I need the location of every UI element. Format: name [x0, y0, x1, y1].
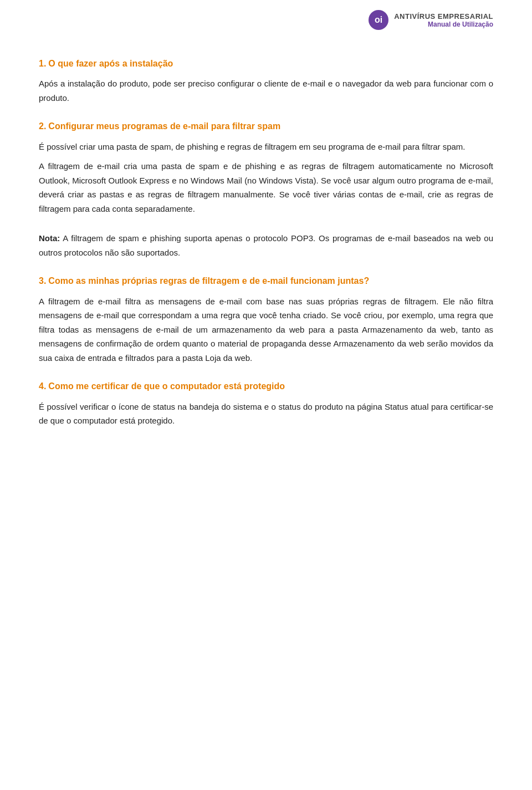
- section-1-number: 1.: [39, 59, 46, 68]
- section-4-title: Como me certificar de que o computador e…: [48, 381, 285, 391]
- section-4-number: 4.: [39, 381, 46, 391]
- section-2-number: 2.: [39, 121, 46, 131]
- section-3-heading: 3.Como as minhas próprias regras de filt…: [39, 275, 493, 287]
- section-2-note: Nota: A filtragem de spam e phishing sup…: [39, 231, 493, 259]
- section-2-para-1: A filtragem de e-mail cria uma pasta de …: [39, 159, 493, 216]
- section-1-para-0: Após a instalação do produto, pode ser p…: [39, 77, 493, 105]
- logo-text: oi: [375, 15, 382, 25]
- header-subtitle: Manual de Utilização: [394, 21, 493, 28]
- logo-icon: oi: [369, 10, 388, 30]
- header: oi ANTIVÍRUS EMPRESARIAL Manual de Utili…: [39, 0, 493, 35]
- section-2-title: Configurar meus programas de e-mail para…: [48, 121, 280, 131]
- section-4: 4.Como me certificar de que o computador…: [39, 380, 493, 427]
- section-1-title: O que fazer após a instalação: [48, 59, 173, 68]
- section-2-spacer: [39, 221, 493, 231]
- section-1: 1.O que fazer após a instalação Após a i…: [39, 58, 493, 105]
- section-3: 3.Como as minhas próprias regras de filt…: [39, 275, 493, 365]
- header-text-area: ANTIVÍRUS EMPRESARIAL Manual de Utilizaç…: [394, 12, 493, 28]
- note-text: A filtragem de spam e phishing suporta a…: [39, 233, 493, 257]
- section-1-body: Após a instalação do produto, pode ser p…: [39, 77, 493, 105]
- section-4-heading: 4.Como me certificar de que o computador…: [39, 380, 493, 393]
- section-2-heading: 2.Configurar meus programas de e-mail pa…: [39, 120, 493, 132]
- section-3-number: 3.: [39, 276, 46, 286]
- section-3-title: Como as minhas próprias regras de filtra…: [48, 276, 369, 286]
- section-4-body: É possível verificar o ícone de status n…: [39, 400, 493, 428]
- page: oi ANTIVÍRUS EMPRESARIAL Manual de Utili…: [0, 0, 532, 790]
- content: 1.O que fazer após a instalação Após a i…: [39, 52, 493, 428]
- section-3-body: A filtragem de e-mail filtra as mensagen…: [39, 294, 493, 365]
- section-1-heading: 1.O que fazer após a instalação: [39, 58, 493, 70]
- section-2-body: É possível criar uma pasta de spam, de p…: [39, 140, 493, 260]
- note-bold-label: Nota:: [39, 233, 60, 243]
- header-title: ANTIVÍRUS EMPRESARIAL: [394, 12, 493, 21]
- section-4-para-0: É possível verificar o ícone de status n…: [39, 400, 493, 428]
- section-2-para-0: É possível criar uma pasta de spam, de p…: [39, 140, 493, 154]
- section-2: 2.Configurar meus programas de e-mail pa…: [39, 120, 493, 259]
- header-logo-area: oi ANTIVÍRUS EMPRESARIAL Manual de Utili…: [369, 10, 493, 30]
- section-3-para-0: A filtragem de e-mail filtra as mensagen…: [39, 294, 493, 365]
